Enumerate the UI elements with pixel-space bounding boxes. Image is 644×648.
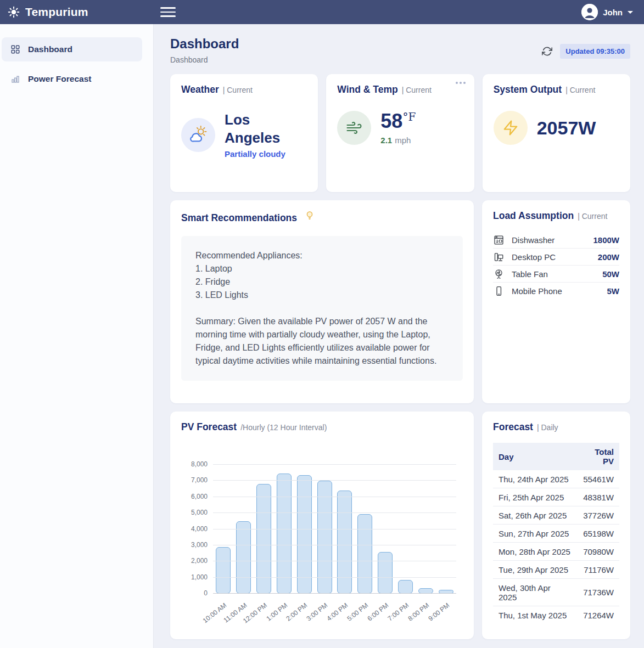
load-name: Desktop PC: [512, 252, 556, 262]
pv-cell: 65198W: [576, 525, 619, 543]
table-row: Thu, 24th Apr 202555461W: [493, 470, 619, 488]
recommendation-line: 2. Fridge: [195, 275, 449, 289]
pv-cell: 71736W: [576, 579, 619, 606]
pv-bar: [236, 521, 251, 594]
table-row: Sun, 27th Apr 202565198W: [493, 525, 619, 543]
pv-chart-xlabels: 10:00 AM11:00 AM12:00 PM1:00 PM2:00 PM3:…: [213, 596, 456, 626]
column-header-total-pv: Total PV: [576, 443, 619, 470]
pv-cell: 48381W: [576, 488, 619, 506]
load-watts: 5W: [607, 286, 620, 296]
daily-forecast-card: Forecast | Daily Day Total PV Thu, 24th …: [482, 412, 630, 639]
gridline: [213, 593, 456, 594]
lightbulb-icon: [304, 210, 315, 221]
recommendation-line: 3. LED Lights: [195, 289, 449, 302]
day-cell: Tue, 29th Apr 2025: [493, 561, 576, 579]
day-cell: Thu, 24th Apr 2025: [493, 470, 576, 488]
user-avatar: [581, 4, 598, 20]
lightning-bolt-icon: [494, 111, 528, 145]
gridline: [213, 497, 456, 497]
pv-cell: 71264W: [576, 606, 619, 624]
gridline: [213, 561, 456, 561]
pv-bar: [297, 475, 312, 594]
table-row: Wed, 30th Apr 202571736W: [493, 579, 619, 606]
system-output-card: System Output | Current 2057W: [483, 74, 630, 192]
sidebar-item-dashboard[interactable]: Dashboard: [2, 37, 142, 61]
card-options-icon[interactable]: [456, 82, 466, 84]
y-axis-label: 1,000: [191, 573, 208, 581]
load-watts: 200W: [598, 252, 619, 262]
card-title: Weather: [181, 84, 219, 95]
y-axis-label: 7,000: [191, 476, 208, 484]
gridline: [213, 480, 456, 481]
bar-chart-icon: [10, 74, 20, 84]
gridline: [213, 464, 456, 465]
load-watts: 1800W: [593, 235, 619, 245]
grid-icon: [10, 44, 20, 54]
hamburger-menu-icon[interactable]: [160, 4, 182, 20]
pv-bar: [337, 491, 352, 594]
day-cell: Wed, 30th Apr 2025: [493, 579, 576, 606]
load-watts: 50W: [602, 269, 619, 279]
refresh-icon[interactable]: [542, 46, 552, 57]
y-axis-label: 6,000: [191, 493, 208, 500]
day-cell: Sun, 27th Apr 2025: [493, 525, 576, 543]
pv-forecast-card: PV Forecast /Hourly (12 Hour Interval) 0…: [170, 412, 474, 639]
bar-slot: [294, 465, 315, 594]
table-row: Tue, 29th Apr 202571176W: [493, 561, 619, 579]
gridline: [213, 512, 456, 513]
sidebar-item-label: Power Forecast: [28, 74, 91, 84]
card-subtitle: | Current: [578, 212, 607, 221]
weather-condition: Partially cloudy: [225, 149, 307, 159]
y-axis-label: 5,000: [191, 509, 208, 516]
updated-badge: Updated 09:35:00: [560, 44, 630, 59]
chevron-down-icon: [628, 11, 633, 14]
gridline: [213, 577, 456, 578]
sidebar-item-label: Dashboard: [28, 44, 72, 54]
day-cell: Mon, 28th Apr 2025: [493, 543, 576, 561]
gridline: [213, 545, 456, 545]
table-row: Mon, 28th Apr 202570980W: [493, 543, 619, 561]
pv-cell: 70980W: [576, 543, 619, 561]
bar-slot: [416, 465, 436, 594]
pv-bar: [357, 514, 372, 594]
x-slot: 9:00 PM: [436, 596, 456, 626]
user-menu[interactable]: John: [581, 4, 633, 20]
wind-temp-card: Wind & Temp | Current 58°F 2.1mph: [326, 74, 474, 192]
breadcrumb: Dashboard: [170, 55, 239, 64]
recommendation-line: 1. Laptop: [195, 262, 449, 275]
bar-slot: [274, 465, 294, 594]
y-axis-label: 2,000: [191, 557, 208, 565]
pv-bar: [216, 547, 231, 594]
recommendation-line: Recommended Appliances:: [195, 249, 449, 262]
bar-slot: [436, 465, 456, 594]
card-subtitle: | Current: [223, 86, 253, 94]
y-axis-label: 3,000: [191, 541, 208, 549]
recommendations-text: Recommended Appliances: 1. Laptop 2. Fri…: [181, 236, 463, 381]
weather-card: Weather | Current: [170, 74, 318, 192]
pv-chart-plot: 01,0002,0003,0004,0005,0006,0007,0008,00…: [213, 465, 456, 594]
sidebar: Dashboard Power Forecast: [0, 24, 154, 648]
wind-icon: [337, 111, 371, 145]
bar-slot: [395, 465, 416, 594]
pv-bar: [398, 580, 413, 594]
table-row: Thu, 1st May 202571264W: [493, 606, 619, 624]
load-row: Desktop PC 200W: [493, 249, 619, 266]
gridline: [213, 529, 456, 529]
card-subtitle: /Hourly (12 Hour Interval): [240, 423, 327, 432]
pv-chart-bars: [213, 465, 456, 594]
card-title: Forecast: [493, 421, 533, 433]
bar-slot: [213, 465, 233, 594]
load-name: Mobile Phone: [512, 286, 562, 296]
brand: Tempurium: [0, 5, 154, 19]
bar-slot: [254, 465, 274, 594]
load-row: Dishwasher 1800W: [493, 232, 619, 249]
pv-cell: 37726W: [576, 506, 619, 525]
card-title: Wind & Temp: [337, 84, 397, 95]
weather-city: Los Angeles: [225, 111, 307, 146]
bar-slot: [233, 465, 254, 594]
temperature-unit: °F: [402, 110, 416, 123]
load-assumption-card: Load Assumption | Current: [482, 200, 630, 403]
card-title: Smart Recommendations: [181, 212, 297, 224]
sidebar-item-power-forecast[interactable]: Power Forecast: [2, 67, 142, 91]
bar-slot: [335, 465, 355, 594]
